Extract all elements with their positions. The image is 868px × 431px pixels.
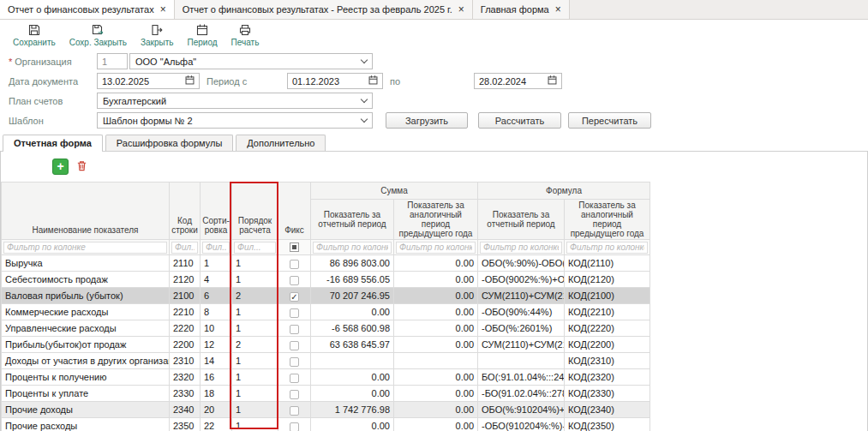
fix-filter-checkbox[interactable] [290, 242, 299, 252]
fix-checkbox[interactable] [290, 308, 299, 318]
filter-input-code[interactable] [171, 242, 198, 254]
cell-calc-order: 1 [232, 402, 278, 418]
table-row[interactable]: Проценты к получению 2320 16 1 0.00 0.00… [2, 369, 650, 386]
template-select[interactable]: Шаблон формы № 2 [97, 112, 373, 129]
fix-checkbox[interactable] [290, 390, 299, 399]
period-from-input[interactable] [288, 76, 368, 87]
cell-indicator-name: Прочие доходы [2, 402, 170, 418]
doc-date-input[interactable] [98, 76, 184, 87]
fix-checkbox[interactable] [290, 406, 299, 416]
tab-report-form[interactable]: Отчетная форма [3, 135, 103, 151]
cell-formula-previous: КОД(2320) [565, 369, 650, 386]
calendar-icon[interactable] [184, 75, 195, 87]
table-row[interactable]: Прибыль(убыток)от продаж 2200 12 2 63 63… [2, 337, 650, 353]
col-header-order[interactable]: Порядок расчета [232, 183, 278, 240]
cell-sum-previous: 0.00 [394, 272, 478, 288]
organization-combo[interactable]: ООО "Альфа" [129, 53, 373, 69]
filter-input-sum-current[interactable] [313, 242, 392, 254]
save-button[interactable]: Сохранить [7, 22, 62, 48]
col-header-name[interactable]: Наименование показателя [2, 183, 170, 240]
chevron-down-icon[interactable] [361, 116, 368, 123]
table-row[interactable]: Выручка 2110 1 1 86 896 803.00 0.00 ОБО(… [2, 255, 650, 272]
cell-line-code: 2110 [170, 255, 201, 272]
cell-sum-current: -6 568 600.98 [311, 320, 394, 337]
filter-input-sort[interactable] [202, 242, 230, 254]
calculate-button[interactable]: Рассчитать [478, 112, 561, 129]
calendar-icon[interactable] [547, 75, 558, 87]
delete-row-button[interactable] [74, 159, 90, 175]
table-row[interactable]: Управленческие расходы 2220 10 1 -6 568 … [2, 320, 650, 337]
add-row-button[interactable]: + [52, 159, 69, 175]
col-header-sum-current[interactable]: Показатель за отчетный период [311, 200, 394, 240]
fix-checkbox[interactable] [290, 422, 299, 431]
recalculate-button[interactable]: Пересчитать [568, 112, 651, 129]
chevron-down-icon[interactable] [361, 57, 368, 63]
fix-checkbox[interactable] [290, 276, 299, 285]
cell-formula-previous: КОД(2330) [565, 386, 650, 402]
window-tab-label: Отчет о финансовых результатах [8, 4, 154, 15]
table-row[interactable]: Прочие расходы 2350 22 1 0.00 0.00 -ОБО(… [2, 418, 650, 431]
cell-sort: 18 [201, 386, 232, 402]
cell-formula-current: ОБО(%:90%)-ОБО(9... [478, 255, 565, 272]
window-tab-report[interactable]: Отчет о финансовых результатах × [0, 0, 175, 19]
col-header-formula-current[interactable]: Показатель за отчетный период [478, 200, 565, 240]
cell-formula-previous: КОД(2220) [565, 320, 650, 337]
tab-formula-decode[interactable]: Расшифровка формулы [105, 135, 233, 151]
cell-indicator-name: Прибыль(убыток)от продаж [2, 337, 170, 353]
tab-close-icon[interactable]: × [160, 4, 166, 15]
fix-checkbox[interactable] [290, 341, 299, 350]
window-tab-registry[interactable]: Отчет о финансовых результатах - Реестр … [175, 0, 473, 19]
table-row[interactable]: Проценты к уплате 2330 18 1 0.00 0.00 -Б… [2, 386, 650, 402]
cell-sum-previous: 0.00 [394, 418, 478, 431]
table-row[interactable]: Доходы от участия в других организаци...… [2, 353, 650, 369]
col-header-fix[interactable]: Фикс [278, 183, 311, 240]
col-header-formula-previous[interactable]: Показатель за аналогичный период предыду… [565, 200, 650, 240]
close-button[interactable]: Закрыть [135, 22, 180, 48]
tab-close-icon[interactable]: × [555, 4, 561, 15]
window-tab-label: Отчет о финансовых результатах - Реестр … [183, 4, 452, 15]
fix-checkbox[interactable] [290, 357, 299, 367]
chevron-down-icon[interactable] [361, 96, 368, 103]
table-row[interactable]: Коммерческие расходы 2210 8 1 0.00 0.00 … [2, 304, 650, 320]
period-from-label: Период с [207, 76, 287, 87]
load-button[interactable]: Загрузить [386, 112, 468, 129]
fix-checkbox[interactable]: ✓ [290, 292, 299, 302]
save-close-button[interactable]: Сохр. Закрыть [63, 22, 133, 48]
table-row[interactable]: Валовая прибыль (убыток) 2100 6 2 ✓ 70 2… [2, 288, 650, 304]
col-header-sort[interactable]: Сорти- ровка [201, 183, 232, 240]
filter-input-sum-previous[interactable] [396, 242, 476, 254]
table-row[interactable]: Себестоимость продаж 2120 4 1 -16 689 55… [2, 272, 650, 288]
organization-code-box [97, 53, 128, 69]
period-to-input[interactable] [475, 76, 547, 87]
main-toolbar: Сохранить Сохр. Закрыть Закрыть Период [0, 20, 868, 48]
window-tab-main-form[interactable]: Главная форма × [473, 0, 570, 19]
filter-input-name[interactable] [3, 242, 167, 254]
window-tab-bar: Отчет о финансовых результатах × Отчет о… [0, 0, 868, 20]
organization-code-input[interactable] [98, 57, 127, 67]
filter-input-order[interactable] [234, 242, 276, 254]
col-header-sum-previous[interactable]: Показатель за аналогичный период предыду… [394, 200, 478, 240]
cell-sort: 1 [201, 255, 232, 272]
print-button[interactable]: Печать [225, 22, 266, 48]
cell-fix [278, 386, 311, 402]
save-button-label: Сохранить [13, 38, 56, 47]
period-from-box [287, 73, 383, 89]
cell-fix: ✓ [278, 288, 311, 304]
col-header-code[interactable]: Код строки [170, 183, 201, 240]
grid-toolbar: + [1, 152, 867, 182]
tab-additional[interactable]: Дополнительно [236, 135, 326, 151]
report-form-panel: + Наименование показателя Код строки Сор… [0, 151, 868, 431]
cell-formula-current: -ОБО(90%:44%) [478, 304, 565, 320]
fix-checkbox[interactable] [290, 374, 299, 383]
tab-close-icon[interactable]: × [458, 4, 464, 15]
calendar-icon[interactable] [368, 75, 379, 87]
fix-checkbox[interactable] [290, 325, 299, 334]
filter-input-formula-previous[interactable] [566, 242, 648, 254]
group-header-sum: Сумма [311, 183, 478, 200]
fix-checkbox[interactable] [290, 260, 299, 269]
period-button[interactable]: Период [182, 22, 224, 48]
filter-input-formula-current[interactable] [480, 242, 562, 254]
table-row[interactable]: Прочие доходы 2340 20 1 1 742 776.98 0.0… [2, 402, 650, 418]
cell-sum-current: 1 742 776.98 [311, 402, 394, 418]
chart-of-accounts-select[interactable]: Бухгалтерский [97, 93, 373, 109]
